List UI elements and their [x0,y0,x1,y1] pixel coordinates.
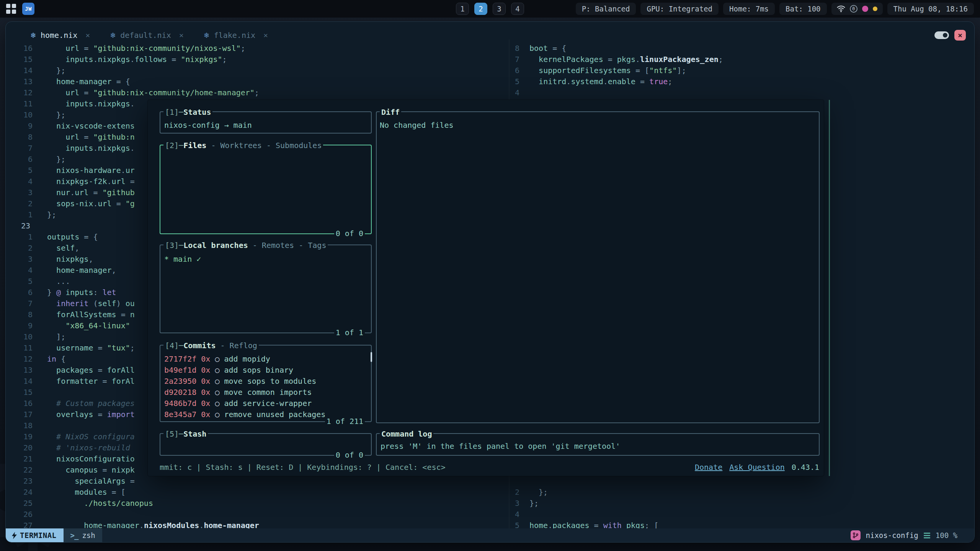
notification-badge[interactable]: 0 [850,5,858,13]
token: = [603,55,617,64]
lazygit-stash-panel[interactable]: [5]─Stash 0 of 0 [160,433,372,456]
token: ]; [47,332,65,341]
lazygit-command-log-panel[interactable]: Command log press 'M' in the files panel… [376,433,820,456]
workspace-button-1[interactable]: 1 [456,3,469,15]
code-line[interactable]: 23 specialArgs = [6,476,506,487]
line-number: 16 [6,43,42,54]
code-line[interactable]: 3}; [506,498,975,509]
token: = { [548,44,566,53]
token: inputs [65,143,93,153]
line-number: 3 [6,254,42,265]
lazygit-branches-panel[interactable]: [3]─Local branches - Remotes - Tags * ma… [160,245,372,333]
code-line[interactable]: 15 inputs.nixpkgs.follows = "nixpkgs"; [6,54,506,65]
token: = [98,465,111,474]
token: kernelPackages [539,55,603,64]
statusline-spacer [102,528,851,542]
token: = [116,310,130,319]
workspace-button-4[interactable]: 4 [511,3,524,15]
commit-row[interactable]: 2717f2f0x○add mopidy [164,354,371,365]
donate-link[interactable]: Donate [695,461,722,473]
panel-name: Diff [381,108,400,117]
token: @ [56,288,65,297]
token: = [93,410,107,419]
token: . [603,77,608,86]
token [47,432,56,441]
lazygit-diff-panel[interactable]: Diff No changed files [376,111,820,423]
commit-author: 0x [201,387,210,398]
commit-hash: b49ef1d [164,365,196,376]
commit-row[interactable]: 9486b7d0x○add service-wrapper [164,398,371,409]
app-badge[interactable]: JW [22,3,34,15]
commit-row[interactable]: b49ef1d0x○add sops binary [164,365,371,376]
workspace-button-3[interactable]: 3 [493,3,506,15]
commit-graph-node: ○ [215,387,219,398]
tab-default.nix[interactable]: ❄default.nix× [110,31,183,40]
line-number: 9 [6,121,42,132]
lazygit-commits-panel[interactable]: [4]─Commits - Reflog 2717f2f0x○add mopid… [160,345,372,422]
line-number: 26 [6,509,42,520]
code-line[interactable]: 25 ./hosts/canopus [6,498,506,509]
editor-pane-right-bottom[interactable]: 2 };3};45home.packages = with pkgs; [ [506,487,975,531]
token: inputs [65,55,93,64]
tab-close-button[interactable]: × [263,31,268,40]
window-close-button[interactable]: × [954,30,966,41]
code-line[interactable]: 2 }; [506,487,975,498]
code-line[interactable]: 12 url = "github:nix-community/home-mana… [6,87,506,98]
code-line[interactable]: 4 [506,87,975,98]
toggle-pill[interactable] [934,31,949,39]
code-line[interactable]: 16 url = "github:nix-community/nixos-wsl… [6,43,506,54]
tab-flake.nix[interactable]: ❄flake.nix× [204,31,268,40]
statusline-right: nixos-config 100 % [851,528,974,542]
commit-row[interactable]: d9202180x○move common imports [164,387,371,398]
code-line[interactable]: 6 supportedFilesystems = ["ntfs"]; [506,65,975,76]
wifi-icon[interactable] [837,5,845,12]
tab-close-button[interactable]: × [179,31,184,40]
lazygit-files-panel[interactable]: [2]─Files - Worktrees - Submodules 0 of … [160,145,372,234]
workspace-button-2[interactable]: 2 [474,3,487,15]
tray-icon-pink[interactable] [862,6,868,12]
tray-icon-yellow[interactable] [873,7,877,11]
code-text: overlays = import [42,410,135,419]
line-number: 7 [6,298,42,309]
token [47,166,56,175]
ask-question-link[interactable]: Ask Question [729,461,785,473]
code-line[interactable]: 13 home-manager = { [6,76,506,87]
line-number: 4 [6,176,42,187]
token: . [70,188,75,197]
token [47,243,56,253]
tab-home.nix[interactable]: ❄home.nix× [30,31,90,40]
token: home-manager [56,266,112,275]
code-line[interactable]: 14 }; [6,65,506,76]
panel-count: 0 of 0 [334,228,365,238]
mode-indicator: TERMINAL [6,528,64,542]
panel-subtitle: - Worktrees - Submodules [206,141,322,150]
code-line[interactable]: 4 [506,509,975,520]
token: home-manager [204,521,259,529]
token: ur [126,166,135,175]
token: url [65,132,79,142]
line-number: 3 [506,498,524,509]
app-launcher-icon[interactable] [6,4,16,14]
line-number: 4 [506,87,524,98]
editor-pane-right-top[interactable]: 8boot = {7 kernelPackages = pkgs.linuxPa… [506,43,975,104]
code-line[interactable]: 7 kernelPackages = pkgs.linuxPackages_ze… [506,54,975,65]
token [47,44,65,53]
commits-scrollbar[interactable] [371,352,372,362]
code-text: nixpkgs, [42,254,93,264]
token: supportedFilesystems [539,66,631,75]
tab-close-button[interactable]: × [85,31,90,40]
code-line[interactable]: 26 [6,509,506,520]
code-line[interactable]: 5 initrd.systemd.enable = true; [506,76,975,87]
lazygit-status-panel[interactable]: [1]─Status nixos-config → main [160,111,372,134]
commit-row[interactable]: 2a239500x○move sops to modules [164,376,371,387]
line-number: 11 [6,342,42,354]
code-text [42,388,47,397]
token: linuxPackages_zen [640,55,719,64]
code-line[interactable]: 24 modules = [ [6,487,506,498]
token: = [112,199,126,208]
token [47,299,56,308]
code-line[interactable]: 8boot = { [506,43,975,54]
commit-message: add sops binary [224,365,293,376]
token: url [75,188,88,197]
code-line[interactable]: 27 home-manager.nixosModules.home-manage… [6,520,506,529]
